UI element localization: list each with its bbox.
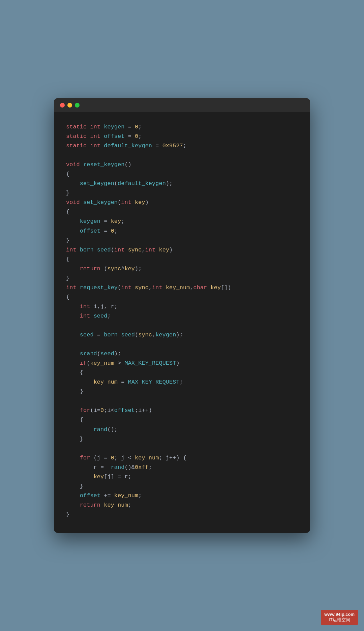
code-line: }: [66, 274, 298, 283]
code-line: {: [66, 255, 298, 264]
code-line: {: [66, 170, 298, 179]
watermark: www.94ip.com IT运维空间: [321, 610, 358, 625]
code-line: [66, 396, 298, 406]
titlebar: [54, 98, 310, 112]
code-line: keygen = key;: [66, 217, 298, 226]
code-line: {: [66, 293, 298, 302]
code-line: for(i=0;i<offset;i++): [66, 406, 298, 415]
code-line: int request_key(int sync,int key_num,cha…: [66, 283, 298, 293]
code-line: }: [66, 434, 298, 444]
minimize-button[interactable]: [67, 103, 72, 108]
maximize-button[interactable]: [75, 103, 80, 108]
code-line: r = rand()&0xff;: [66, 463, 298, 472]
code-line: [66, 321, 298, 330]
code-line: int i,j, r;: [66, 302, 298, 311]
code-line: if(key_num > MAX_KEY_REQUEST): [66, 359, 298, 368]
code-line: {: [66, 207, 298, 217]
code-line: offset = 0;: [66, 227, 298, 236]
code-line: rand();: [66, 425, 298, 434]
code-line: }: [66, 510, 298, 519]
code-line: int seed;: [66, 311, 298, 321]
code-line: [66, 151, 298, 160]
code-line: key[j] = r;: [66, 472, 298, 482]
code-line: {: [66, 368, 298, 378]
code-line: }: [66, 236, 298, 245]
code-line: for (j = 0; j < key_num; j++) {: [66, 453, 298, 463]
code-line: int born_seed(int sync,int key): [66, 245, 298, 255]
code-line: return key_num;: [66, 501, 298, 510]
watermark-label: IT运维空间: [324, 617, 355, 623]
code-window: static int keygen = 0; static int offset…: [54, 98, 310, 533]
code-line: static int keygen = 0;: [66, 122, 298, 132]
code-editor: static int keygen = 0; static int offset…: [54, 112, 310, 533]
code-line: [66, 340, 298, 349]
code-line: static int default_keygen = 0x9527;: [66, 141, 298, 151]
code-line: set_keygen(default_keygen);: [66, 179, 298, 188]
watermark-url: www.94ip.com: [324, 612, 355, 617]
code-line: void set_keygen(int key): [66, 198, 298, 207]
code-line: static int offset = 0;: [66, 132, 298, 141]
code-line: }: [66, 387, 298, 396]
code-line: offset += key_num;: [66, 491, 298, 501]
code-line: [66, 444, 298, 453]
code-line: {: [66, 415, 298, 425]
code-line: }: [66, 482, 298, 491]
code-line: seed = born_seed(sync,keygen);: [66, 330, 298, 340]
code-line: srand(seed);: [66, 349, 298, 359]
code-line: void reset_keygen(): [66, 160, 298, 170]
code-line: key_num = MAX_KEY_REQUEST;: [66, 378, 298, 387]
code-line: }: [66, 188, 298, 198]
code-line: return (sync^key);: [66, 264, 298, 274]
close-button[interactable]: [60, 103, 65, 108]
